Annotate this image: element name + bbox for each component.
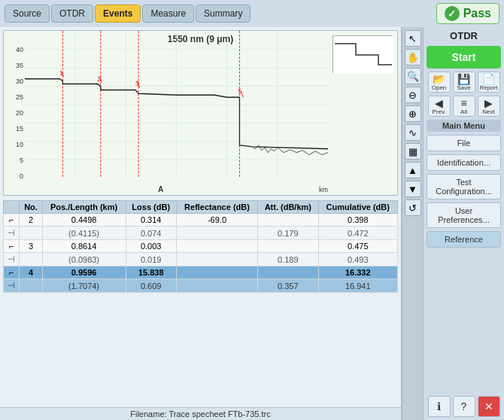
next-btn[interactable]: ▶ Next [478,96,500,117]
save-icon: 💾 [457,74,470,84]
event-loss: 0.314 [126,214,176,227]
open-icon: 📂 [433,74,445,84]
save-btn[interactable]: 💾 Save [453,72,475,93]
report-label: Report [479,85,497,91]
help-icon: ? [461,401,467,412]
event-cumulative: 16.332 [318,266,397,279]
start-button[interactable]: Start [427,46,501,68]
table-row[interactable]: ⌐40.959615.83816.332 [4,266,398,279]
icon-row-2: ◀ Prev. ≡ All ▶ Next [427,96,501,117]
all-label: All [460,109,467,115]
event-reflectance [176,240,257,253]
event-pos: (0.0983) [42,253,126,266]
table-row[interactable]: ⌐20.44980.314-69.00.398 [4,214,398,227]
save-label: Save [457,85,470,91]
event-loss: 0.003 [126,240,176,253]
reset-btn[interactable]: ↺ [405,199,421,216]
xaxis-label-km: km [319,186,328,193]
hand-tool-btn[interactable]: ✋ [405,49,421,65]
event-no: 2 [20,214,42,227]
event-cumulative: 0.493 [318,253,397,266]
zoom-in-btn[interactable]: 🔍 [405,68,421,84]
col-loss-header: Loss (dB) [126,201,176,214]
col-reflectance-header: Reflectance (dB) [176,201,257,214]
cursor-tool-btn[interactable]: ↖ [405,30,421,47]
thumbnail-svg [333,36,393,74]
event-loss: 0.074 [126,227,176,240]
next-label: Next [482,109,494,115]
right-panel-title: OTDR [427,30,501,43]
tab-source[interactable]: Source [5,5,50,23]
tab-events[interactable]: Events [95,5,141,23]
filename-bar: Filename: Trace specheet FTb-735.trc [0,407,401,420]
fit-btn[interactable]: ⊕ [405,105,421,122]
event-no [20,253,42,266]
info-icon: ℹ [437,401,441,412]
event-loss: 0.019 [126,253,176,266]
event-icon: ⌐ [4,266,20,279]
left-panel: 1550 nm (9 μm) 40 35 30 25 20 15 10 5 0 [0,27,402,420]
down-arrow-btn[interactable]: ▼ [405,181,421,197]
event-att: 0.179 [258,227,319,240]
zoom-out-btn[interactable]: ⊖ [405,87,421,103]
grid-btn[interactable]: ▦ [405,143,421,160]
up-arrow-btn[interactable]: ▲ [405,162,421,178]
chart-svg: 1 2 3 5 [25,31,328,178]
pass-badge: ✓ Pass [436,3,499,24]
table-header-row: No. Pos./Length (km) Loss (dB) Reflectan… [4,201,398,214]
event-no [20,227,42,240]
col-icon-header [4,201,20,214]
table-area: No. Pos./Length (km) Loss (dB) Reflectan… [3,200,398,406]
table-row[interactable]: ⊣(0.4115)0.0740.1790.472 [4,227,398,240]
event-loss: 0.609 [126,279,176,293]
info-btn[interactable]: ℹ [428,396,451,417]
table-row[interactable]: ⊣(0.0983)0.0190.1890.493 [4,253,398,266]
event-icon: ⌐ [4,214,20,227]
prev-label: Prev. [432,109,445,115]
close-btn[interactable]: ✕ [478,396,500,417]
event-no: 4 [20,266,42,279]
all-icon: ≡ [460,98,466,108]
menu-file[interactable]: File [427,135,501,151]
icon-row-1: 📂 Open 💾 Save 📄 Report [427,72,501,93]
pass-check-icon: ✓ [445,6,460,21]
prev-btn[interactable]: ◀ Prev. [428,96,451,117]
event-att [258,214,319,227]
event-cumulative: 16.941 [318,279,397,293]
report-btn[interactable]: 📄 Report [478,72,500,93]
report-icon: 📄 [482,74,495,84]
event-att: 0.189 [258,253,319,266]
menu-user-prefs[interactable]: User Preferences... [427,202,501,228]
all-btn[interactable]: ≡ All [453,96,475,117]
tab-summary[interactable]: Summary [196,5,250,23]
event-pos: 0.9596 [42,266,126,279]
event-icon: ⊣ [4,227,20,240]
vert-toolbar: ↖ ✋ 🔍 ⊖ ⊕ ∿ ▦ ▲ ▼ ↺ [402,27,423,420]
next-icon: ▶ [484,98,493,108]
event-reflectance [176,266,257,279]
event-reflectance: -69.0 [176,214,257,227]
event-reflectance [176,253,257,266]
tab-otdr[interactable]: OTDR [51,5,93,23]
close-icon: ✕ [484,401,493,412]
open-btn[interactable]: 📂 Open [428,72,451,93]
open-label: Open [432,85,447,91]
menu-test-config[interactable]: Test Configuration... [427,174,501,199]
wave-btn[interactable]: ∿ [405,124,421,141]
event-cumulative: 0.475 [318,240,397,253]
table-row[interactable]: ⌐30.86140.0030.475 [4,240,398,253]
menu-identification[interactable]: Identification... [427,154,501,171]
tab-measure[interactable]: Measure [142,5,194,23]
main-content: 1550 nm (9 μm) 40 35 30 25 20 15 10 5 0 [0,27,504,420]
help-btn[interactable]: ? [453,396,475,417]
event-pos: (0.4115) [42,227,126,240]
xaxis-label-a: A [158,185,163,193]
top-nav: Source OTDR Events Measure Summary ✓ Pas… [0,0,504,27]
event-icon: ⊣ [4,279,20,293]
chart-area: 1550 nm (9 μm) 40 35 30 25 20 15 10 5 0 [3,30,398,196]
event-cumulative: 0.398 [318,214,397,227]
prev-icon: ◀ [435,98,443,108]
table-row[interactable]: ⊣(1.7074)0.6090.35716.941 [4,279,398,293]
menu-reference[interactable]: Reference [427,231,501,248]
event-cumulative: 0.472 [318,227,397,240]
